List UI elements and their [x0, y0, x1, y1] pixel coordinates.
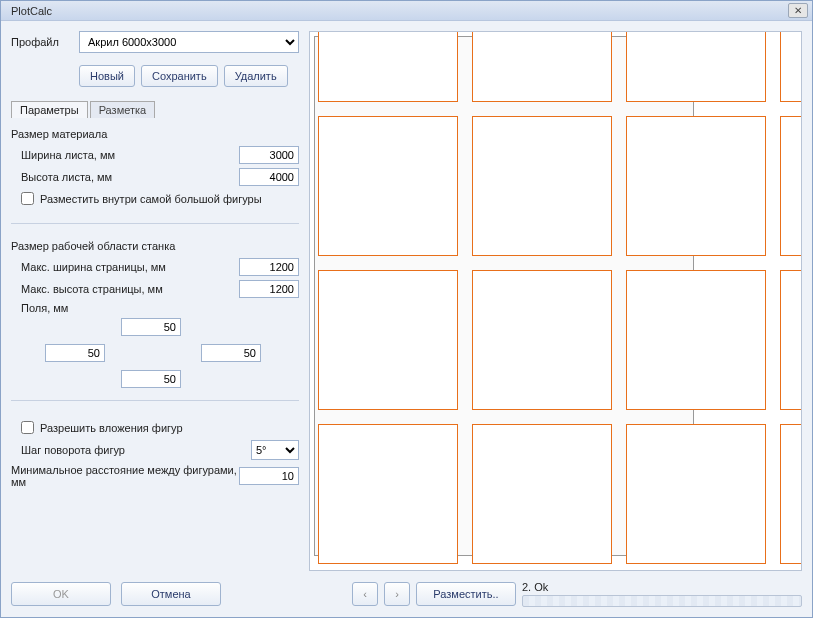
- tabs: Параметры Разметка: [11, 101, 299, 118]
- material-size-section: Размер материала Ширина листа, мм Высота…: [11, 126, 299, 211]
- new-profile-button[interactable]: Новый: [79, 65, 135, 87]
- profile-combobox[interactable]: Акрил 6000х3000: [79, 31, 299, 53]
- cell: [472, 116, 612, 256]
- cell: [780, 424, 802, 564]
- titlebar[interactable]: PlotCalc ✕: [1, 1, 812, 21]
- prev-page-button[interactable]: ‹: [352, 582, 378, 606]
- preview-canvas[interactable]: [309, 31, 802, 571]
- cell: [318, 31, 458, 102]
- close-icon: ✕: [794, 5, 802, 16]
- margin-right-input[interactable]: [201, 344, 261, 362]
- profile-label: Профайл: [11, 36, 71, 48]
- cell: [780, 270, 802, 410]
- margins-cross: [21, 318, 281, 388]
- left-panel: Профайл Акрил 6000х3000 Новый Сохранить …: [11, 31, 299, 571]
- client-area: Профайл Акрил 6000х3000 Новый Сохранить …: [1, 21, 812, 581]
- sheet-width-label: Ширина листа, мм: [11, 149, 239, 161]
- cancel-button[interactable]: Отмена: [121, 582, 221, 606]
- max-page-width-label: Макс. ширина страницы, мм: [11, 261, 239, 273]
- fit-inside-checkbox[interactable]: [21, 192, 34, 205]
- fit-inside-label: Разместить внутри самой большой фигуры: [40, 193, 262, 205]
- cell: [318, 424, 458, 564]
- margins-label: Поля, мм: [11, 302, 299, 314]
- work-area-section: Размер рабочей области станка Макс. шири…: [11, 238, 299, 388]
- cell: [626, 31, 766, 102]
- place-button[interactable]: Разместить..: [416, 582, 516, 606]
- rotation-step-select[interactable]: 5°: [251, 440, 299, 460]
- cell: [626, 116, 766, 256]
- next-page-button[interactable]: ›: [384, 582, 410, 606]
- cell: [626, 424, 766, 564]
- cell: [472, 270, 612, 410]
- max-page-width-input[interactable]: [239, 258, 299, 276]
- sheet-height-label: Высота листа, мм: [11, 171, 239, 183]
- tab-parameters[interactable]: Параметры: [11, 101, 88, 118]
- sheet-width-input[interactable]: [239, 146, 299, 164]
- close-button[interactable]: ✕: [788, 3, 808, 18]
- max-page-height-label: Макс. высота страницы, мм: [11, 283, 239, 295]
- divider-2: [11, 400, 299, 401]
- save-profile-button[interactable]: Сохранить: [141, 65, 218, 87]
- tab-markup[interactable]: Разметка: [90, 101, 156, 118]
- margin-left-input[interactable]: [45, 344, 105, 362]
- cell: [626, 270, 766, 410]
- options-section: Разрешить вложения фигур Шаг поворота фи…: [11, 415, 299, 492]
- chevron-right-icon: ›: [395, 588, 399, 600]
- cell: [472, 424, 612, 564]
- status-index: 2.: [522, 581, 531, 593]
- cell: [780, 116, 802, 256]
- sheet-height-input[interactable]: [239, 168, 299, 186]
- cell: [318, 116, 458, 256]
- cell: [318, 270, 458, 410]
- delete-profile-button[interactable]: Удалить: [224, 65, 288, 87]
- margin-bottom-input[interactable]: [121, 370, 181, 388]
- rotation-step-label: Шаг поворота фигур: [11, 444, 251, 456]
- allow-nesting-checkbox[interactable]: [21, 421, 34, 434]
- progress-bar: [522, 595, 802, 607]
- divider-1: [11, 223, 299, 224]
- right-panel: [309, 31, 802, 571]
- ok-button[interactable]: OK: [11, 582, 111, 606]
- work-area-title: Размер рабочей области станка: [11, 240, 299, 252]
- margin-top-input[interactable]: [121, 318, 181, 336]
- min-distance-input[interactable]: [239, 467, 299, 485]
- window-title: PlotCalc: [5, 5, 788, 17]
- cell: [780, 31, 802, 102]
- cell: [472, 31, 612, 102]
- chevron-left-icon: ‹: [363, 588, 367, 600]
- main-window: PlotCalc ✕ Профайл Акрил 6000х3000 Новый…: [0, 0, 813, 618]
- status-text: Ok: [534, 581, 548, 593]
- footer: OK Отмена ‹ › Разместить.. 2. Ok: [1, 581, 812, 617]
- material-title: Размер материала: [11, 128, 299, 140]
- max-page-height-input[interactable]: [239, 280, 299, 298]
- min-distance-label: Минимальное расстояние между фигурами, м…: [11, 464, 239, 488]
- allow-nesting-label: Разрешить вложения фигур: [40, 422, 183, 434]
